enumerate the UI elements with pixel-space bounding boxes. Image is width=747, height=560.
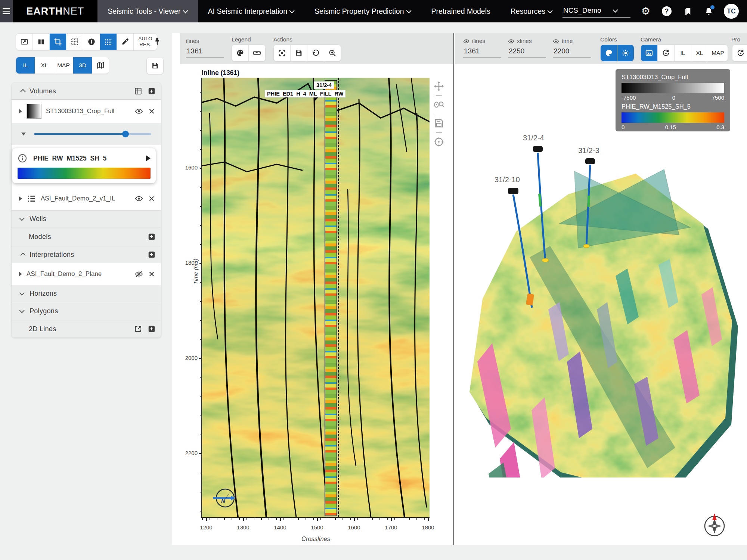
volume-row-fault[interactable]: ASI_Fault_Demo_2_v1_IL bbox=[12, 187, 161, 211]
scale-legend-button[interactable] bbox=[249, 45, 265, 61]
view-mode-3d-button[interactable]: 3D bbox=[73, 57, 92, 74]
help-button[interactable]: ? bbox=[661, 6, 672, 17]
save-session-button[interactable] bbox=[147, 57, 163, 74]
nav-item-ai-seismic-interpretation[interactable]: AI Seismic Interpretation bbox=[198, 0, 304, 22]
basemap-button[interactable] bbox=[92, 57, 109, 74]
pan-move-icon[interactable] bbox=[433, 81, 444, 92]
visibility-toggle[interactable] bbox=[135, 195, 143, 203]
crop-icon bbox=[54, 38, 62, 46]
section-header-wells[interactable]: Wells bbox=[12, 211, 161, 227]
orbit-camera-button[interactable] bbox=[658, 45, 675, 61]
split-view-icon bbox=[37, 38, 45, 46]
view-mode-xl-button[interactable]: XL bbox=[35, 57, 54, 74]
remove-volume-button[interactable] bbox=[148, 107, 156, 115]
colormap-3d-button[interactable] bbox=[601, 45, 617, 61]
add-model-button[interactable] bbox=[148, 233, 156, 241]
add-2d-line-button[interactable] bbox=[148, 325, 156, 333]
zoom-in-out-icon[interactable] bbox=[433, 99, 444, 111]
section-title: Polygons bbox=[30, 307, 58, 315]
panel-divider[interactable] bbox=[453, 33, 454, 545]
opacity-slider[interactable] bbox=[34, 130, 151, 139]
info-button[interactable] bbox=[83, 34, 100, 50]
section-header-models[interactable]: Models bbox=[12, 227, 161, 246]
scene-3d[interactable] bbox=[455, 100, 747, 477]
app-logo[interactable]: EARTHNET bbox=[13, 0, 97, 22]
save-image-button[interactable] bbox=[291, 45, 307, 61]
time-label: time bbox=[562, 38, 573, 44]
clipped-tool-button[interactable] bbox=[732, 45, 747, 61]
section-header-horizons[interactable]: Horizons bbox=[12, 285, 161, 302]
ilines-input[interactable]: 1361 bbox=[186, 47, 224, 58]
section-header-polygons[interactable]: Polygons bbox=[12, 302, 161, 320]
remove-interpretation-button[interactable] bbox=[148, 270, 156, 278]
hamburger-menu-button[interactable] bbox=[0, 0, 13, 22]
nav-item-pretrained-models[interactable]: Pretrained Models bbox=[421, 0, 500, 22]
current-crossline-marker bbox=[338, 78, 339, 517]
grid-toggle-button[interactable] bbox=[66, 34, 83, 50]
probe-picker-button[interactable] bbox=[117, 34, 134, 50]
workspace-selector[interactable]: NCS_Demo bbox=[562, 5, 630, 18]
fit-screen-button[interactable] bbox=[16, 34, 33, 50]
locate-target-icon[interactable] bbox=[433, 136, 444, 147]
open-2d-lines-button[interactable] bbox=[134, 325, 142, 333]
section-header-interpretations[interactable]: Interpretations bbox=[12, 246, 161, 263]
documentation-button[interactable] bbox=[682, 6, 693, 17]
chevron-down-icon bbox=[613, 7, 618, 13]
expand-caret-icon[interactable] bbox=[19, 196, 22, 201]
grayscale-colormap-thumbnail[interactable] bbox=[27, 104, 41, 119]
legend-volume-min: -7500 bbox=[622, 94, 636, 101]
camera-xl-button[interactable]: XL bbox=[691, 45, 708, 61]
section-header-volumes[interactable]: Volumes bbox=[12, 83, 161, 100]
pin-panel-button[interactable] bbox=[152, 37, 162, 48]
xlines-input[interactable]: 2250 bbox=[508, 47, 546, 58]
nav-item-resources[interactable]: Resources bbox=[500, 0, 562, 22]
lighting-button[interactable] bbox=[617, 45, 634, 61]
section-title: Models bbox=[29, 233, 51, 241]
view-mode-map-button[interactable]: MAP bbox=[54, 57, 73, 74]
visibility-toggle[interactable] bbox=[135, 107, 143, 115]
notifications-button[interactable] bbox=[703, 6, 714, 17]
compass-3d[interactable] bbox=[701, 512, 728, 538]
colormap-info-button[interactable] bbox=[18, 153, 27, 163]
zoom-reset-icon bbox=[328, 49, 337, 57]
earthnet-app: EARTHNET Seismic Tools - Viewer AI Seism… bbox=[0, 0, 747, 560]
section-header-2d-lines[interactable]: 2D Lines bbox=[12, 320, 161, 337]
collapse-caret-icon[interactable] bbox=[21, 133, 26, 136]
well-log-track[interactable] bbox=[325, 80, 337, 516]
user-avatar[interactable]: TC bbox=[724, 4, 739, 19]
save-view-icon[interactable] bbox=[433, 118, 444, 129]
add-volume-button[interactable] bbox=[148, 87, 156, 95]
camera-il-button[interactable]: IL bbox=[675, 45, 691, 61]
seismic-image[interactable] bbox=[202, 78, 430, 517]
interpretation-row-fault-plane[interactable]: ASI_Fault_Demo_2_Plane bbox=[12, 263, 161, 285]
time-input[interactable]: 2200 bbox=[553, 47, 591, 58]
split-view-button[interactable] bbox=[33, 34, 50, 50]
camera-map-button[interactable]: MAP bbox=[708, 45, 728, 61]
ilines-input[interactable]: 1361 bbox=[463, 47, 501, 58]
slider-thumb[interactable] bbox=[122, 131, 129, 137]
undo-button[interactable] bbox=[307, 45, 324, 61]
inline-plot-title: Inline (1361) bbox=[202, 69, 239, 77]
expand-right-icon[interactable] bbox=[146, 155, 151, 161]
expand-caret-icon[interactable] bbox=[19, 272, 22, 276]
nav-item-seismic-tools-viewer[interactable]: Seismic Tools - Viewer bbox=[97, 0, 198, 22]
resolution-dots-button[interactable] bbox=[100, 34, 117, 50]
add-interpretation-button[interactable] bbox=[148, 251, 156, 259]
expand-caret-icon[interactable] bbox=[19, 109, 22, 113]
view-mode-il-button[interactable]: IL bbox=[16, 57, 35, 74]
brand-bold: EARTH bbox=[26, 6, 63, 17]
nav-item-seismic-property-prediction[interactable]: Seismic Property Prediction bbox=[304, 0, 421, 22]
snapshot-button[interactable] bbox=[641, 45, 658, 61]
visibility-toggle-off[interactable] bbox=[135, 270, 143, 278]
center-view-button[interactable] bbox=[274, 45, 291, 61]
rainbow-colormap-bar[interactable] bbox=[18, 168, 151, 179]
remove-volume-button[interactable] bbox=[148, 195, 156, 203]
colormap-name: PHIE_RW_M1525_SH_5 bbox=[33, 155, 140, 162]
settings-button[interactable]: ⚙ bbox=[640, 6, 651, 17]
volumes-table-button[interactable] bbox=[134, 87, 142, 95]
crop-button[interactable] bbox=[50, 34, 66, 50]
reset-zoom-button[interactable] bbox=[324, 45, 341, 61]
volume-row-seismic[interactable]: ST13003D13_Crop_Full bbox=[12, 100, 161, 123]
colormap-legend-button[interactable] bbox=[232, 45, 249, 61]
seismic-inline-plot[interactable]: 31/2-4 PHIE_ED1_H_4_ML_FILL_RW 1600 1800… bbox=[201, 78, 430, 518]
